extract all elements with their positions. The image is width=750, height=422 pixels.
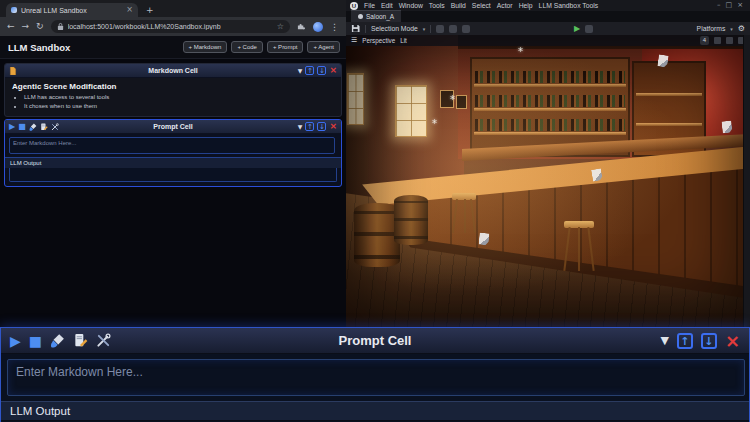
unreal-main-toolbar: Selection Mode ▾ ▶ Platforms ▾ ⚙: [346, 22, 750, 36]
collapse-icon[interactable]: ▼: [298, 124, 303, 130]
move-down-button[interactable]: ↓: [701, 333, 717, 349]
move-up-button[interactable]: ↑: [305, 66, 314, 75]
settings-gear-icon[interactable]: ⚙: [738, 25, 745, 33]
run-prompt-icon[interactable]: ▶: [10, 334, 21, 348]
delete-cell-button[interactable]: ×: [725, 332, 740, 350]
cinematics-icon[interactable]: [462, 25, 470, 33]
viewport-menu-icon[interactable]: ☰: [351, 37, 357, 44]
markdown-cell: Markdown Cell ▼ ↑ ↓ × Agentic Scene Modi…: [4, 63, 342, 117]
sandbox-page: LLM Sandbox + Markdown + Code + Prompt +…: [0, 36, 346, 328]
markdown-cell-title: Markdown Cell: [5, 67, 341, 74]
view-mode-dropdown[interactable]: Lit: [400, 37, 407, 44]
browser-window: Unreal LLM Sandbox × + ← → ↻ localhost:5…: [0, 0, 346, 328]
add-actor-icon[interactable]: [436, 25, 444, 33]
browser-menu-icon[interactable]: ⋮: [330, 22, 339, 32]
play-options-icon[interactable]: [585, 25, 593, 33]
add-cell-buttons: + Markdown + Code + Prompt + Agent: [183, 41, 340, 53]
address-bar[interactable]: localhost:5001/workbook/LLM%20Sandbox.ip…: [51, 20, 290, 33]
desktop: Unreal LLM Sandbox × + ← → ↻ localhost:5…: [0, 0, 750, 422]
delete-cell-button[interactable]: ×: [329, 122, 337, 131]
toolbar-separator: [430, 25, 431, 33]
move-up-button[interactable]: ↑: [305, 122, 314, 131]
move-down-button[interactable]: ↓: [317, 122, 326, 131]
llm-output-label: LLM Output: [1, 401, 749, 421]
prompt-cell-header[interactable]: ▶ ■ Prompt Cell ▼ ↑ ↓ ×: [1, 328, 749, 354]
play-in-editor-button[interactable]: ▶: [574, 25, 580, 33]
light-actor-sprite-icon[interactable]: *: [432, 119, 437, 129]
tab-title: Unreal LLM Sandbox: [21, 7, 122, 14]
move-down-button[interactable]: ↓: [317, 66, 326, 75]
add-markdown-button[interactable]: + Markdown: [183, 41, 228, 53]
markdown-cell-body: Agentic Scene Modification LLM has acces…: [5, 78, 341, 116]
save-icon[interactable]: [351, 24, 360, 33]
stop-prompt-icon[interactable]: ■: [18, 123, 26, 131]
add-code-button[interactable]: + Code: [231, 41, 263, 53]
lock-icon: [57, 22, 64, 31]
brush-icon[interactable]: [50, 333, 65, 348]
edit-document-icon[interactable]: [40, 123, 48, 131]
add-prompt-button[interactable]: + Prompt: [267, 41, 304, 53]
prompt-input[interactable]: [9, 137, 335, 154]
viewport-toolbar: ☰ Perspective Lit 4: [346, 35, 750, 46]
extensions-icon[interactable]: [297, 22, 306, 31]
rotation-snap-icon[interactable]: [726, 37, 733, 44]
forward-button[interactable]: →: [22, 22, 30, 31]
menu-tools[interactable]: Tools: [429, 2, 445, 9]
selection-mode-dropdown[interactable]: Selection Mode: [371, 25, 418, 32]
close-window-icon[interactable]: ×: [737, 2, 743, 9]
tools-icon[interactable]: [51, 123, 59, 131]
tab-close-icon[interactable]: ×: [126, 6, 133, 14]
profile-avatar[interactable]: [313, 22, 323, 32]
menu-help[interactable]: Help: [519, 2, 533, 9]
tools-icon[interactable]: [96, 333, 111, 348]
tab-favicon-icon: [11, 7, 17, 13]
level-tab-icon: [358, 14, 363, 19]
reload-button[interactable]: ↻: [36, 22, 44, 31]
maximize-icon[interactable]: □: [726, 2, 733, 9]
window-controls: – □ ×: [717, 2, 746, 9]
level-tab[interactable]: Saloon_A: [351, 10, 401, 22]
camera-speed-indicator[interactable]: 4: [700, 36, 709, 45]
run-prompt-icon[interactable]: ▶: [9, 123, 15, 131]
markdown-cell-header[interactable]: Markdown Cell ▼ ↑ ↓ ×: [5, 64, 341, 78]
notebook-cells: Markdown Cell ▼ ↑ ↓ × Agentic Scene Modi…: [0, 59, 346, 328]
menu-file[interactable]: File: [364, 2, 375, 9]
light-actor-sprite-icon[interactable]: *: [518, 47, 523, 57]
level-viewport[interactable]: * * * ☰ Perspective Lit 4: [346, 35, 750, 328]
menu-select[interactable]: Select: [472, 2, 491, 9]
add-agent-button[interactable]: + Agent: [307, 41, 340, 53]
collapsed-panel-strip[interactable]: [743, 35, 750, 328]
scene-vignette: [346, 35, 750, 328]
move-up-button[interactable]: ↑: [677, 333, 693, 349]
collapse-icon[interactable]: ▼: [660, 335, 668, 346]
new-tab-button[interactable]: +: [146, 5, 154, 15]
llm-output-area: [9, 168, 337, 182]
menu-window[interactable]: Window: [399, 2, 423, 9]
collapse-icon[interactable]: ▼: [298, 68, 303, 74]
menu-actor[interactable]: Actor: [497, 2, 513, 9]
grid-snap-icon[interactable]: [714, 37, 721, 44]
edit-document-icon[interactable]: [73, 333, 88, 348]
back-button[interactable]: ←: [7, 22, 15, 31]
menu-edit[interactable]: Edit: [381, 2, 393, 9]
menu-llm-sandbox-tools[interactable]: LLM Sandbox Tools: [539, 2, 599, 9]
minimize-icon[interactable]: –: [717, 2, 721, 9]
bookmark-star-icon[interactable]: ☆: [277, 22, 284, 31]
menu-build[interactable]: Build: [451, 2, 466, 9]
page-title: LLM Sandbox: [8, 42, 183, 53]
delete-cell-button[interactable]: ×: [329, 66, 337, 75]
llm-output-label: LLM Output: [5, 157, 341, 168]
blueprints-icon[interactable]: [449, 25, 457, 33]
browser-tabstrip: Unreal LLM Sandbox × +: [0, 0, 346, 17]
platforms-dropdown[interactable]: Platforms: [697, 25, 726, 32]
browser-tab[interactable]: Unreal LLM Sandbox ×: [6, 3, 138, 17]
level-tabbar: Saloon_A: [346, 11, 750, 22]
stop-prompt-icon[interactable]: ■: [29, 334, 42, 348]
markdown-bullet: It choses when to use them: [24, 102, 334, 111]
perspective-dropdown[interactable]: Perspective: [362, 37, 395, 44]
brush-icon[interactable]: [29, 123, 37, 131]
prompt-input[interactable]: [7, 359, 745, 396]
prompt-cell-header[interactable]: ▶ ■ Prompt Cell ▼ ↑ ↓ ×: [5, 120, 341, 134]
light-actor-sprite-icon[interactable]: *: [450, 95, 455, 105]
saloon-scene: * * *: [346, 35, 750, 328]
